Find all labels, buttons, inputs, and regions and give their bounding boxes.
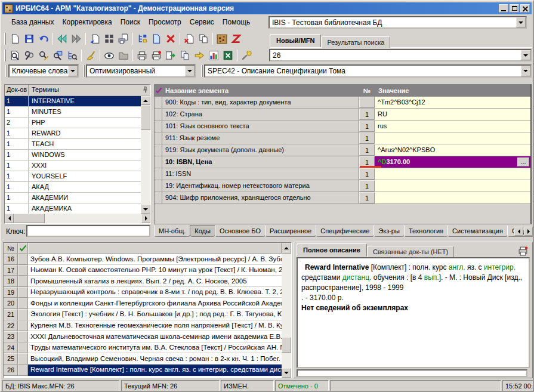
database-combo-dropdown[interactable] <box>516 17 526 27</box>
title-bar[interactable]: ИРБИС64 - АРМ "Каталогизатор" - Демонстр… <box>2 2 532 14</box>
menu-item-6[interactable]: Помощь <box>218 17 254 27</box>
field-row[interactable]: 10: ISBN, Цена1^D3170.00... <box>155 156 530 168</box>
send-button[interactable] <box>192 48 206 63</box>
field-col-name[interactable]: Название элемента <box>162 87 359 94</box>
results-col-num[interactable]: № <box>4 243 18 254</box>
duplicate-record-button[interactable] <box>196 32 211 46</box>
copy-button[interactable] <box>178 48 192 63</box>
print-description-button[interactable] <box>516 243 530 258</box>
result-mark-cell[interactable] <box>18 365 28 376</box>
scroll-thumb[interactable] <box>14 214 45 223</box>
results-vscrollbar[interactable] <box>282 254 291 378</box>
print-button[interactable] <box>135 48 149 63</box>
dictionary-vscrollbar[interactable] <box>141 96 150 214</box>
result-row[interactable]: 16Зубов А.В. Компьютер. Windows. Програм… <box>4 254 282 265</box>
field-occurrence[interactable]: 1 <box>359 180 375 192</box>
row-selector[interactable] <box>155 97 162 108</box>
search-view-button[interactable] <box>8 48 22 63</box>
result-row[interactable]: 21Экология [Текст] : учебник / В. Н. Бол… <box>4 309 282 320</box>
scroll-left-button[interactable] <box>5 214 14 223</box>
toolbar-grip[interactable] <box>4 33 6 45</box>
result-row[interactable]: 25Высоцкий, Владимир Семенович. Черная с… <box>4 353 282 365</box>
field-more-button[interactable]: ... <box>517 158 529 166</box>
field-value[interactable] <box>375 132 530 144</box>
worksheet-tab-1[interactable]: МН-общ. <box>154 225 190 237</box>
worksheet-combo[interactable]: SPEC42 - Описание Спецификации Тома <box>204 64 532 78</box>
result-row[interactable]: 22Курленя М.В. Техногенные геомеханическ… <box>4 320 282 332</box>
search-window-button[interactable] <box>51 48 65 63</box>
worksheet-tab-3[interactable]: Основное БО <box>215 225 266 237</box>
result-mark-cell[interactable] <box>18 353 28 365</box>
full-description-box[interactable]: Reward Internative [Комплект] : полн. ку… <box>297 257 530 368</box>
worksheet-tabs-scroll-right[interactable] <box>524 227 533 236</box>
result-mark-cell[interactable] <box>18 254 28 265</box>
dictionary-col-count[interactable]: Док-ов <box>5 85 29 95</box>
excel-button[interactable] <box>221 48 235 63</box>
export-button[interactable] <box>163 48 178 63</box>
row-selector[interactable] <box>155 132 162 144</box>
search-tree-button[interactable] <box>65 48 79 63</box>
search-variant-dropdown[interactable] <box>185 66 195 76</box>
result-row[interactable]: 20Фонды и коллекции Санкт-Петербургского… <box>4 298 282 309</box>
undo-button[interactable] <box>36 32 51 46</box>
search-mode-combo[interactable]: Ключевые слова <box>8 64 79 78</box>
next-record-button[interactable] <box>69 32 84 46</box>
result-mark-cell[interactable] <box>18 320 28 332</box>
field-occurrence[interactable]: 1 <box>359 144 375 156</box>
dictionary-row[interactable]: 1АКАДЕМИКА <box>5 203 141 214</box>
field-value[interactable]: RU <box>375 109 530 120</box>
field-row[interactable]: 919: Язык документа (дополн. данные)1^Ar… <box>155 144 530 156</box>
dictionary-row[interactable]: 1INTERNATIVE <box>5 96 141 107</box>
dictionary-row[interactable]: 1АКАД <box>5 182 141 193</box>
result-mark-cell[interactable] <box>18 298 28 309</box>
worksheet-tab-2[interactable]: Коды <box>190 225 215 237</box>
scroll-thumb[interactable] <box>141 105 150 130</box>
row-selector[interactable] <box>155 192 162 203</box>
search-mode-dropdown[interactable] <box>68 66 78 76</box>
key-input[interactable] <box>26 225 150 237</box>
field-occurrence[interactable]: 1 <box>359 121 375 132</box>
open-record-button[interactable] <box>149 32 163 46</box>
menu-item-1[interactable]: База данных <box>7 17 58 27</box>
scroll-down-button[interactable] <box>282 368 291 378</box>
pin-icon[interactable] <box>140 85 150 95</box>
description-hscroll-area[interactable] <box>297 369 527 377</box>
close-button[interactable] <box>520 4 530 13</box>
minimize-button[interactable] <box>499 4 508 13</box>
field-value[interactable]: rus <box>375 121 530 132</box>
field-row[interactable]: 904: Шифр приложения, хранящегося отдель… <box>155 192 530 204</box>
field-occurrence[interactable]: 1 <box>359 168 375 180</box>
search-double-button[interactable] <box>22 48 36 63</box>
scroll-up-button[interactable] <box>141 96 150 105</box>
scroll-down-button[interactable] <box>141 205 150 214</box>
row-selector[interactable] <box>155 180 162 192</box>
clear-form-button[interactable] <box>84 48 98 63</box>
field-col-occ[interactable]: № <box>359 87 375 94</box>
save-record-button[interactable] <box>22 32 36 46</box>
dictionary-col-term[interactable]: Термины <box>29 85 140 95</box>
tab-search-results[interactable]: Результаты поиска <box>321 36 390 48</box>
database-combo[interactable]: IBIS - Тестовая библиотечная БД <box>268 16 527 29</box>
irbis-logo-button[interactable] <box>215 32 229 46</box>
menu-item-3[interactable]: Поиск <box>116 17 144 27</box>
results-col-desc[interactable] <box>28 243 282 254</box>
worksheet-tab-8[interactable]: Систематизация <box>447 225 508 237</box>
search-edit-button[interactable] <box>36 48 51 63</box>
cancel-record-button[interactable] <box>182 32 196 46</box>
scroll-thumb[interactable] <box>282 337 291 353</box>
new-record-button[interactable] <box>8 32 22 46</box>
worksheet-tab-6[interactable]: Экз-ры <box>374 225 405 237</box>
field-value[interactable] <box>375 168 530 180</box>
z3950-button[interactable] <box>229 32 243 46</box>
tab-new-mfn[interactable]: Новый/MFN <box>270 34 321 47</box>
result-row[interactable]: 24Труды математического института им. В.… <box>4 342 282 354</box>
row-selector[interactable] <box>155 168 162 180</box>
result-mark-cell[interactable] <box>18 265 28 276</box>
result-mark-cell[interactable] <box>18 342 28 354</box>
row-selector[interactable] <box>155 109 162 120</box>
tab-linked-records[interactable]: Связанные док-ты (НЕТ) <box>367 246 454 258</box>
toolbar-grip[interactable] <box>5 65 7 77</box>
field-col-value[interactable]: Значение <box>375 87 530 94</box>
field-value[interactable]: ^D3170.00... <box>375 156 530 168</box>
toolbar-grip[interactable] <box>4 50 6 61</box>
